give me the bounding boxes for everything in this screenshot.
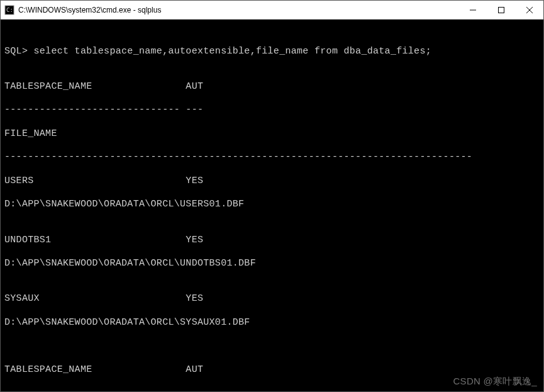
header-rule: ------------------------------ --- [4, 104, 540, 116]
column-header: FILE_NAME [4, 128, 540, 140]
svg-rect-3 [498, 7, 504, 13]
maximize-button[interactable] [487, 1, 515, 19]
data-row: D:\APP\SNAKEWOOD\ORADATA\ORCL\SYSAUX01.D… [4, 317, 540, 329]
data-row: UNDOTBS1 YES [4, 235, 540, 247]
column-header: TABLESPACE_NAME AUT [4, 364, 540, 376]
window-controls [458, 1, 543, 19]
minimize-button[interactable] [458, 1, 487, 19]
data-row: SYSAUX YES [4, 293, 540, 305]
header-rule: ----------------------------------------… [4, 152, 540, 164]
sql-command-line: SQL> select tablespace_name,autoextensib… [4, 46, 540, 58]
svg-text:C:: C: [6, 7, 13, 13]
app-icon: C: [4, 5, 14, 15]
data-row: USERS YES [4, 176, 540, 188]
terminal-output[interactable]: SQL> select tablespace_name,autoextensib… [1, 20, 543, 391]
window-titlebar: C: C:\WINDOWS\system32\cmd.exe - sqlplus [1, 1, 543, 20]
window-title: C:\WINDOWS\system32\cmd.exe - sqlplus [18, 6, 458, 14]
header-rule: ------------------------------ --- [4, 388, 540, 391]
column-header: TABLESPACE_NAME AUT [4, 81, 540, 93]
close-button[interactable] [515, 1, 543, 19]
data-row: D:\APP\SNAKEWOOD\ORADATA\ORCL\USERS01.DB… [4, 199, 540, 211]
data-row: D:\APP\SNAKEWOOD\ORADATA\ORCL\UNDOTBS01.… [4, 258, 540, 270]
watermark-text: CSDN @寒叶飘逸_ [453, 376, 537, 388]
